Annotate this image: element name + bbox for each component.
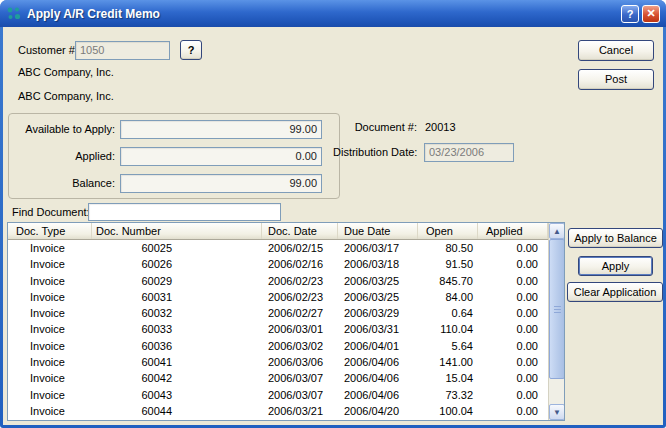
vertical-scrollbar[interactable]: ▲ ▼: [548, 223, 564, 420]
table-cell: 0.00: [478, 387, 548, 403]
table-cell: 845.70: [418, 273, 478, 289]
table-cell: 0.00: [478, 240, 548, 256]
table-row[interactable]: Invoice600292006/02/232006/03/25845.700.…: [8, 273, 548, 289]
table-cell: Invoice: [8, 289, 92, 305]
customer-lookup-button[interactable]: ?: [180, 40, 202, 60]
dialog-content: Customer #: 1050 ? ABC Company, Inc. ABC…: [3, 27, 663, 425]
table-cell: 0.00: [478, 289, 548, 305]
clear-application-button[interactable]: Clear Application: [567, 282, 663, 302]
table-cell: 60032: [92, 305, 262, 321]
scroll-down-icon[interactable]: ▼: [549, 404, 565, 420]
table-cell: 2006/03/17: [338, 240, 418, 256]
table-cell: 5.64: [418, 338, 478, 354]
table-cell: 0.00: [478, 305, 548, 321]
table-cell: 60042: [92, 370, 262, 386]
table-cell: 2006/03/29: [338, 305, 418, 321]
table-cell: 0.00: [478, 403, 548, 419]
table-cell: 73.32: [418, 387, 478, 403]
table-cell: 0.64: [418, 305, 478, 321]
document-number-value: 20013: [425, 121, 456, 133]
table-cell: 0.00: [478, 370, 548, 386]
table-cell: 2006/03/06: [262, 354, 338, 370]
document-grid-body: Invoice600252006/02/152006/03/1780.500.0…: [8, 240, 548, 420]
window-title: Apply A/R Credit Memo: [27, 7, 618, 21]
grid-header-row: Doc. Type Doc. Number Doc. Date Due Date…: [8, 223, 564, 240]
table-cell: 60025: [92, 240, 262, 256]
table-cell: 0.00: [478, 354, 548, 370]
table-cell: 0.00: [478, 338, 548, 354]
table-cell: 2006/03/07: [262, 387, 338, 403]
table-row[interactable]: Invoice600412006/03/062006/04/06141.000.…: [8, 354, 548, 370]
table-cell: Invoice: [8, 370, 92, 386]
table-cell: 2006/02/23: [262, 289, 338, 305]
company-name-line2: ABC Company, Inc.: [18, 90, 114, 102]
column-header-doc-number[interactable]: Doc. Number: [92, 223, 262, 239]
column-header-open[interactable]: Open: [418, 223, 478, 239]
table-cell: Invoice: [8, 273, 92, 289]
find-document-label: Find Document:: [12, 206, 90, 218]
table-row[interactable]: Invoice600422006/03/072006/04/0615.040.0…: [8, 370, 548, 386]
table-cell: 100.04: [418, 403, 478, 419]
column-header-due-date[interactable]: Due Date: [338, 223, 418, 239]
table-cell: Invoice: [8, 240, 92, 256]
scrollbar-grip: [554, 309, 561, 310]
customer-field: 1050: [75, 41, 170, 60]
table-cell: 15.04: [418, 370, 478, 386]
table-cell: 2006/02/23: [262, 273, 338, 289]
table-row[interactable]: Invoice600362006/03/022006/04/015.640.00: [8, 338, 548, 354]
table-row[interactable]: Invoice600332006/03/012006/03/31110.040.…: [8, 321, 548, 337]
table-cell: 91.50: [418, 256, 478, 272]
column-header-doc-type[interactable]: Doc. Type: [8, 223, 92, 239]
table-cell: 60044: [92, 403, 262, 419]
app-icon: [6, 6, 22, 22]
table-cell: 2006/03/25: [338, 289, 418, 305]
post-button[interactable]: Post: [578, 69, 654, 90]
table-cell: 2006/03/07: [262, 370, 338, 386]
document-grid: Doc. Type Doc. Number Doc. Date Due Date…: [7, 222, 565, 421]
table-cell: 2006/04/06: [338, 354, 418, 370]
scrollbar-thumb[interactable]: [549, 239, 565, 379]
table-cell: Invoice: [8, 321, 92, 337]
table-row[interactable]: Invoice600312006/02/232006/03/2584.000.0…: [8, 289, 548, 305]
find-document-input[interactable]: [88, 203, 281, 221]
help-icon[interactable]: ?: [621, 5, 639, 23]
column-header-doc-date[interactable]: Doc. Date: [262, 223, 338, 239]
table-cell: 60029: [92, 273, 262, 289]
apply-to-balance-button[interactable]: Apply to Balance: [568, 228, 663, 248]
balance-label: Balance:: [13, 177, 115, 189]
table-cell: Invoice: [8, 305, 92, 321]
table-cell: 60036: [92, 338, 262, 354]
table-cell: 60033: [92, 321, 262, 337]
document-number-label: Document #:: [337, 121, 417, 133]
distribution-date-label: Distribution Date:: [333, 146, 417, 158]
table-cell: 2006/04/01: [338, 338, 418, 354]
scroll-up-icon[interactable]: ▲: [549, 223, 565, 239]
available-to-apply-field: 99.00: [120, 120, 322, 139]
table-cell: 80.50: [418, 240, 478, 256]
table-cell: 2006/03/02: [262, 338, 338, 354]
table-cell: 84.00: [418, 289, 478, 305]
table-cell: 2006/02/16: [262, 256, 338, 272]
applied-label: Applied:: [13, 150, 115, 162]
window: Apply A/R Credit Memo ? ✕ Customer #: 10…: [0, 0, 666, 428]
table-cell: 0.00: [478, 256, 548, 272]
distribution-date-field: 03/23/2006: [424, 143, 514, 162]
table-row[interactable]: Invoice600442006/03/212006/04/20100.040.…: [8, 403, 548, 419]
column-header-applied[interactable]: Applied: [478, 223, 548, 239]
balance-field: 99.00: [120, 174, 322, 193]
table-row[interactable]: Invoice600322006/02/272006/03/290.640.00: [8, 305, 548, 321]
table-row[interactable]: Invoice600252006/02/152006/03/1780.500.0…: [8, 240, 548, 256]
table-cell: 110.04: [418, 321, 478, 337]
table-row[interactable]: Invoice600262006/02/162006/03/1891.500.0…: [8, 256, 548, 272]
table-cell: 60041: [92, 354, 262, 370]
table-cell: 60043: [92, 387, 262, 403]
titlebar[interactable]: Apply A/R Credit Memo ? ✕: [0, 0, 666, 27]
close-icon[interactable]: ✕: [642, 5, 660, 23]
table-cell: 2006/03/31: [338, 321, 418, 337]
apply-button[interactable]: Apply: [578, 256, 653, 276]
table-cell: 2006/03/25: [338, 273, 418, 289]
table-cell: 0.00: [478, 273, 548, 289]
table-row[interactable]: Invoice600432006/03/072006/04/0673.320.0…: [8, 387, 548, 403]
table-cell: Invoice: [8, 387, 92, 403]
cancel-button[interactable]: Cancel: [578, 40, 654, 61]
